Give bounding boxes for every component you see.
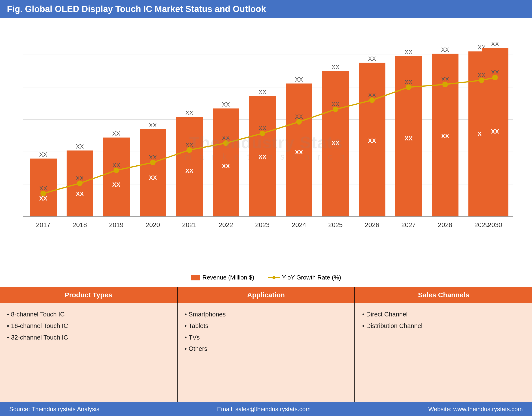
svg-text:XX: XX xyxy=(295,149,303,156)
svg-text:XX: XX xyxy=(258,125,266,132)
svg-text:XX: XX xyxy=(332,101,340,108)
panel-sales-channels: Sales Channels Direct Channel Distributi… xyxy=(355,287,532,402)
product-types-list: 8-channel Touch IC 16-channel Touch IC 3… xyxy=(7,309,170,343)
svg-text:XX: XX xyxy=(295,76,303,83)
svg-text:XX: XX xyxy=(258,88,266,95)
svg-text:2027: 2027 xyxy=(401,221,416,228)
svg-text:XX: XX xyxy=(332,64,340,70)
svg-text:XX: XX xyxy=(222,134,230,141)
svg-text:XX: XX xyxy=(368,92,376,98)
svg-text:XX: XX xyxy=(404,78,413,85)
svg-text:XX: XX xyxy=(491,69,499,76)
svg-text:2018: 2018 xyxy=(73,221,87,228)
svg-text:XX: XX xyxy=(76,190,84,197)
footer-source: Source: Theindustrystats Analysis xyxy=(9,406,99,413)
svg-text:XX: XX xyxy=(149,154,157,161)
legend-revenue: Revenue (Million $) xyxy=(191,274,254,281)
bottom-section: Product Types 8-channel Touch IC 16-chan… xyxy=(0,287,532,402)
chart-wrapper: The Industry Stats m a r k e t r e s e a… xyxy=(9,23,523,272)
list-item: Smartphones xyxy=(185,309,347,320)
svg-text:XX: XX xyxy=(441,132,449,140)
panel-application: Application Smartphones Tablets TVs Othe… xyxy=(177,287,354,402)
svg-text:XX: XX xyxy=(491,40,499,47)
svg-text:2025: 2025 xyxy=(328,221,343,228)
svg-text:XX: XX xyxy=(295,113,303,120)
svg-text:XX: XX xyxy=(404,48,413,56)
svg-text:XX: XX xyxy=(368,137,376,144)
list-item: TVs xyxy=(185,332,347,343)
svg-text:XX: XX xyxy=(222,101,230,108)
svg-text:2028: 2028 xyxy=(438,221,452,228)
main-container: Fig. Global OLED Display Touch IC Market… xyxy=(0,0,532,416)
list-item: 16-channel Touch IC xyxy=(7,320,170,332)
svg-text:2021: 2021 xyxy=(182,221,197,228)
legend-growth: Y-oY Growth Rate (%) xyxy=(268,274,341,281)
bar-2020 xyxy=(140,129,166,217)
svg-text:XX: XX xyxy=(39,151,47,158)
panel-body-product-types: 8-channel Touch IC 16-channel Touch IC 3… xyxy=(0,303,177,402)
svg-text:2017: 2017 xyxy=(36,221,50,228)
legend-box-revenue xyxy=(191,275,200,280)
svg-text:2019: 2019 xyxy=(109,221,123,228)
svg-text:2029: 2029 xyxy=(474,221,489,228)
svg-text:XX: XX xyxy=(149,174,157,181)
svg-text:XX: XX xyxy=(404,135,413,142)
svg-text:XX: XX xyxy=(112,130,120,137)
svg-text:XX: XX xyxy=(478,72,486,78)
application-list: Smartphones Tablets TVs Others xyxy=(185,309,347,355)
sales-channels-list: Direct Channel Distribution Channel xyxy=(362,309,525,332)
svg-text:XX: XX xyxy=(186,167,194,174)
svg-text:2020: 2020 xyxy=(146,221,160,228)
svg-text:XX: XX xyxy=(368,55,376,62)
svg-text:XX: XX xyxy=(332,140,340,146)
svg-text:XX: XX xyxy=(76,175,84,181)
panel-header-sales-channels: Sales Channels xyxy=(355,287,532,303)
list-item-distribution-channel: Distribution Channel xyxy=(362,320,525,332)
panel-header-product-types: Product Types xyxy=(0,287,177,303)
svg-text:XX: XX xyxy=(39,185,47,192)
svg-text:XX: XX xyxy=(222,163,230,170)
svg-text:XX: XX xyxy=(186,141,194,148)
svg-text:2024: 2024 xyxy=(292,221,306,228)
chart-legend: Revenue (Million $) Y-oY Growth Rate (%) xyxy=(9,272,523,284)
list-item: Tablets xyxy=(185,320,347,332)
chart-section: The Industry Stats m a r k e t r e s e a… xyxy=(0,18,532,287)
bar-2019 xyxy=(103,138,130,217)
page-title: Fig. Global OLED Display Touch IC Market… xyxy=(7,4,266,14)
panel-product-types: Product Types 8-channel Touch IC 16-chan… xyxy=(0,287,177,402)
svg-text:XX: XX xyxy=(112,162,120,169)
svg-text:2023: 2023 xyxy=(255,221,270,228)
footer-website: Website: www.theindustrystats.com xyxy=(428,406,523,413)
list-item: 32-channel Touch IC xyxy=(7,332,170,343)
list-item: Others xyxy=(185,343,347,355)
panel-body-application: Smartphones Tablets TVs Others xyxy=(177,303,354,402)
svg-text:XX: XX xyxy=(441,46,449,53)
svg-text:XX: XX xyxy=(258,153,266,160)
svg-text:XX: XX xyxy=(441,76,449,83)
bar-2021 xyxy=(176,117,203,217)
svg-text:XX: XX xyxy=(76,143,84,150)
header: Fig. Global OLED Display Touch IC Market… xyxy=(0,0,532,18)
svg-text:XX: XX xyxy=(186,109,194,116)
footer-email: Email: sales@theindustrystats.com xyxy=(217,406,311,413)
list-item-direct-channel: Direct Channel xyxy=(362,309,525,320)
svg-text:XX: XX xyxy=(112,181,120,188)
footer: Source: Theindustrystats Analysis Email:… xyxy=(0,402,532,416)
svg-text:XX: XX xyxy=(491,128,499,135)
list-item: 8-channel Touch IC xyxy=(7,309,170,320)
panel-header-application: Application xyxy=(177,287,354,303)
bar-chart: XX XX XX XX XX XX XX XX XX XX xyxy=(9,23,523,272)
panel-body-sales-channels: Direct Channel Distribution Channel xyxy=(355,303,532,402)
svg-text:2026: 2026 xyxy=(365,221,379,228)
svg-text:2022: 2022 xyxy=(219,221,233,228)
svg-text:XX: XX xyxy=(149,122,157,129)
svg-text:2030: 2030 xyxy=(488,221,502,228)
legend-line-growth xyxy=(268,277,280,278)
legend-label-revenue: Revenue (Million $) xyxy=(203,274,254,281)
legend-label-growth: Y-oY Growth Rate (%) xyxy=(282,274,341,281)
